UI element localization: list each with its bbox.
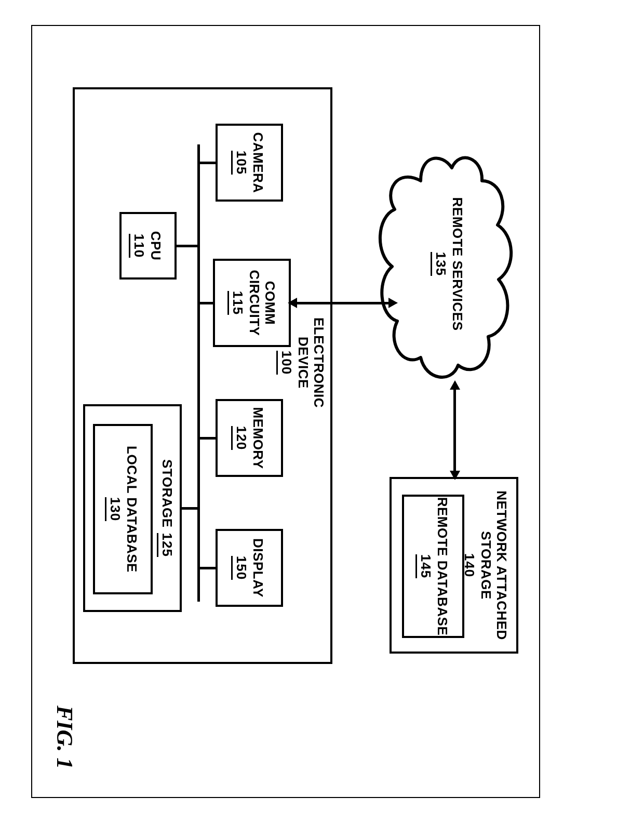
figure-caption: FIG. 1 [51,706,78,769]
display-box: DISPLAY 150 [216,529,283,607]
cloud-nas-connector [453,389,456,472]
storage-label: STORAGE [159,459,175,528]
page-frame: REMOTE SERVICES 135 NETWORK ATTACHED STO… [31,25,540,798]
comm-drop [199,302,213,304]
cpu-label: CPU [147,214,163,277]
arrowhead-right-icon [450,471,460,480]
comm-box: COMM CIRCUITY 115 [213,259,291,347]
display-ref: 150 [231,556,249,580]
cpu-box: CPU 110 [119,212,177,280]
camera-box: CAMERA 105 [216,124,283,202]
local-db-box: LOCAL DATABASE 130 [93,424,153,594]
remote-db-label: REMOTE DATABASE [434,497,450,636]
remote-db-ref: 145 [415,554,433,578]
local-db-label: LOCAL DATABASE [124,426,139,592]
arrowhead-left-icon [450,380,460,390]
nas-label: NETWORK ATTACHED STORAGE [478,479,509,652]
camera-label: CAMERA [250,126,265,200]
arrowhead-up-icon [388,298,398,308]
display-drop [199,567,216,569]
storage-box: STORAGE 125 LOCAL DATABASE 130 [83,404,182,612]
remote-services-label: REMOTE SERVICES [449,144,465,383]
comm-label2: CIRCUITY [246,261,262,345]
remote-db-box: REMOTE DATABASE 145 [402,495,464,638]
arrowhead-down-icon [288,298,297,308]
camera-drop [199,162,216,164]
memory-ref: 120 [231,426,249,450]
electronic-device-ref: 100 [276,351,294,375]
storage-ref: 125 [157,533,175,557]
camera-ref: 105 [231,151,249,175]
nas-box: NETWORK ATTACHED STORAGE 140 REMOTE DATA… [390,477,518,654]
electronic-device-label: ELECTRONIC DEVICE [295,300,326,425]
cloud-device-connector [296,302,390,304]
cpu-drop [176,245,199,247]
device-bus [197,144,200,602]
storage-drop [181,507,199,510]
display-label: DISPLAY [250,531,265,605]
memory-box: MEMORY 120 [216,399,283,477]
memory-drop [199,437,216,440]
memory-label: MEMORY [250,401,265,475]
cpu-ref: 110 [129,234,146,258]
remote-services-ref: 135 [431,252,448,276]
local-db-ref: 130 [105,497,123,521]
comm-label1: COMM [262,261,277,345]
remote-services-cloud: REMOTE SERVICES 135 [374,144,519,383]
comm-ref: 115 [227,291,245,315]
drawing-canvas: REMOTE SERVICES 135 NETWORK ATTACHED STO… [31,25,540,798]
